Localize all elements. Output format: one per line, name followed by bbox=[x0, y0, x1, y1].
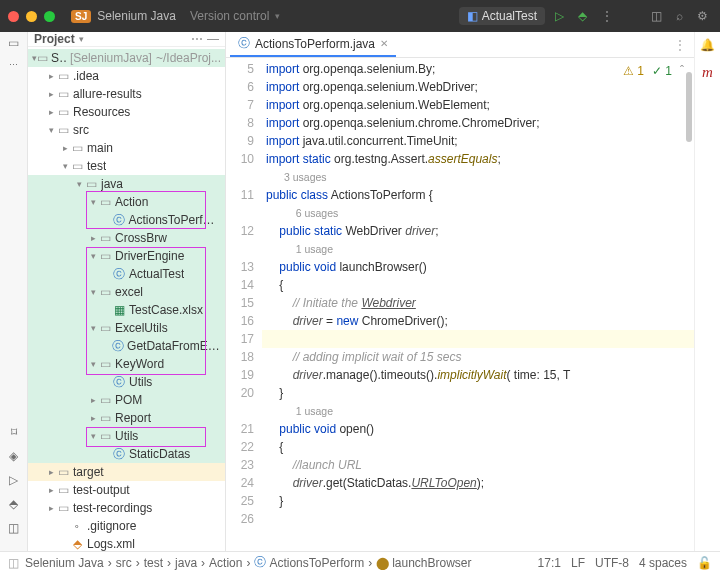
more-actions-icon[interactable]: ⋮ bbox=[597, 9, 617, 23]
tab-more-icon[interactable]: ⋮ bbox=[666, 32, 694, 57]
tree-testrec[interactable]: ▸▭test-recordings bbox=[28, 499, 225, 517]
tree-actionsperform[interactable]: ⓒActionsToPerform bbox=[28, 211, 225, 229]
close-window-icon[interactable] bbox=[8, 11, 19, 22]
tree-getdata[interactable]: ⓒGetDataFromExcel bbox=[28, 337, 225, 355]
maven-icon[interactable]: m bbox=[702, 64, 713, 81]
tree-excel[interactable]: ▾▭excel bbox=[28, 283, 225, 301]
titlebar: SJ Selenium Java Version control ▾ ◧ Act… bbox=[0, 0, 720, 32]
structure-tool-icon[interactable]: ⋯ bbox=[9, 60, 18, 70]
tree-pom[interactable]: ▸▭POM bbox=[28, 391, 225, 409]
tree-gitignore[interactable]: ◦.gitignore bbox=[28, 517, 225, 535]
vcs-icon[interactable]: ◈ bbox=[9, 449, 18, 463]
readonly-icon[interactable]: 🔓 bbox=[697, 556, 712, 570]
tree-testoutput[interactable]: ▸▭test-output bbox=[28, 481, 225, 499]
tree-testcase-xlsx[interactable]: ▦TestCase.xlsx bbox=[28, 301, 225, 319]
caret-position[interactable]: 17:1 bbox=[538, 556, 561, 570]
right-tool-rail: 🔔 m bbox=[694, 32, 720, 551]
tree-actualtest[interactable]: ⓒActualTest bbox=[28, 265, 225, 283]
build-tool-icon[interactable]: ◫ bbox=[8, 521, 19, 535]
tree-utils2[interactable]: ▾▭Utils bbox=[28, 427, 225, 445]
indent-info[interactable]: 4 spaces bbox=[639, 556, 687, 570]
code-with-me-icon[interactable]: ◫ bbox=[647, 9, 666, 23]
tree-report[interactable]: ▸▭Report bbox=[28, 409, 225, 427]
more-icon[interactable]: ⋯ bbox=[191, 32, 203, 46]
notifications-icon[interactable]: 🔔 bbox=[700, 38, 715, 52]
scrollbar[interactable] bbox=[684, 58, 694, 551]
search-icon[interactable]: ⌕ bbox=[672, 9, 687, 23]
tree-root[interactable]: ▾▭Selenium Java[SeleniumJava]~/IdeaProj.… bbox=[28, 49, 225, 67]
tree-java[interactable]: ▾▭java bbox=[28, 175, 225, 193]
statusbar: ◫ Selenium Java›src›test›java›Action›ⓒ A… bbox=[0, 551, 720, 573]
sidebar-header: Project ▾ ⋯ — bbox=[28, 32, 225, 47]
settings-icon[interactable]: ⚙ bbox=[693, 9, 712, 23]
project-sidebar: Project ▾ ⋯ — ▾▭Selenium Java[SeleniumJa… bbox=[28, 32, 226, 551]
scroll-thumb[interactable] bbox=[686, 72, 692, 142]
tree-keyword[interactable]: ▾▭KeyWord bbox=[28, 355, 225, 373]
debug-button[interactable]: ⬘ bbox=[574, 9, 591, 23]
class-icon: ⓒ bbox=[238, 35, 250, 52]
vcs-menu[interactable]: Version control bbox=[190, 9, 269, 23]
tab-actionsperform[interactable]: ⓒ ActionsToPerform.java ✕ bbox=[230, 32, 396, 57]
tree-src[interactable]: ▾▭src bbox=[28, 121, 225, 139]
terminal-icon[interactable]: ⌑ bbox=[11, 425, 17, 439]
tab-label: ActionsToPerform.java bbox=[255, 37, 375, 51]
test-icon: ◧ bbox=[467, 9, 478, 23]
left-tool-rail: ▭ ⋯ ⌑ ◈ ▷ ⬘ ◫ bbox=[0, 32, 28, 551]
line-separator[interactable]: LF bbox=[571, 556, 585, 570]
run-config-selector[interactable]: ◧ ActualTest bbox=[459, 7, 545, 25]
project-tree[interactable]: ▾▭Selenium Java[SeleniumJava]~/IdeaProj.… bbox=[28, 47, 225, 551]
tree-crossbrw[interactable]: ▸▭CrossBrw bbox=[28, 229, 225, 247]
run-tool-icon[interactable]: ▷ bbox=[9, 473, 18, 487]
debug-tool-icon[interactable]: ⬘ bbox=[9, 497, 18, 511]
tree-excelutils[interactable]: ▾▭ExcelUtils bbox=[28, 319, 225, 337]
tree-resources[interactable]: ▸▭Resources bbox=[28, 103, 225, 121]
tree-driverengine[interactable]: ▾▭DriverEngine bbox=[28, 247, 225, 265]
project-badge: SJ bbox=[71, 10, 91, 23]
chevron-down-icon: ▾ bbox=[275, 11, 280, 21]
tree-main[interactable]: ▸▭main bbox=[28, 139, 225, 157]
tree-logsxml[interactable]: ⬘Logs.xml bbox=[28, 535, 225, 551]
maximize-window-icon[interactable] bbox=[44, 11, 55, 22]
code-body[interactable]: import org.openqa.selenium.By;import org… bbox=[262, 58, 694, 551]
run-config-label: ActualTest bbox=[482, 9, 537, 23]
tree-staticdatas[interactable]: ⓒStaticDatas bbox=[28, 445, 225, 463]
editor-tabs: ⓒ ActionsToPerform.java ✕ ⋮ bbox=[226, 32, 694, 58]
file-encoding[interactable]: UTF-8 bbox=[595, 556, 629, 570]
editor-area: ⓒ ActionsToPerform.java ✕ ⋮ ⚠ 1 ✓ 1 ˆ 56… bbox=[226, 32, 694, 551]
breadcrumbs[interactable]: Selenium Java›src›test›java›Action›ⓒ Act… bbox=[25, 554, 532, 571]
run-button[interactable]: ▷ bbox=[551, 9, 568, 23]
tree-idea[interactable]: ▸▭.idea bbox=[28, 67, 225, 85]
tree-target[interactable]: ▸▭target bbox=[28, 463, 225, 481]
tree-test[interactable]: ▾▭test bbox=[28, 157, 225, 175]
tool-window-icon[interactable]: ◫ bbox=[8, 556, 19, 570]
tree-utils1[interactable]: ⓒUtils bbox=[28, 373, 225, 391]
window-controls[interactable] bbox=[8, 11, 55, 22]
line-gutter[interactable]: 567891011121314151617181920212223242526 bbox=[226, 58, 262, 551]
project-tool-icon[interactable]: ▭ bbox=[8, 36, 19, 50]
hide-icon[interactable]: — bbox=[207, 32, 219, 46]
tree-action[interactable]: ▾▭Action bbox=[28, 193, 225, 211]
code-editor[interactable]: ⚠ 1 ✓ 1 ˆ 567891011121314151617181920212… bbox=[226, 58, 694, 551]
minimize-window-icon[interactable] bbox=[26, 11, 37, 22]
sidebar-title: Project bbox=[34, 32, 75, 46]
project-name[interactable]: Selenium Java bbox=[97, 9, 176, 23]
tree-allure[interactable]: ▸▭allure-results bbox=[28, 85, 225, 103]
close-tab-icon[interactable]: ✕ bbox=[380, 38, 388, 49]
chevron-down-icon[interactable]: ▾ bbox=[79, 34, 84, 44]
